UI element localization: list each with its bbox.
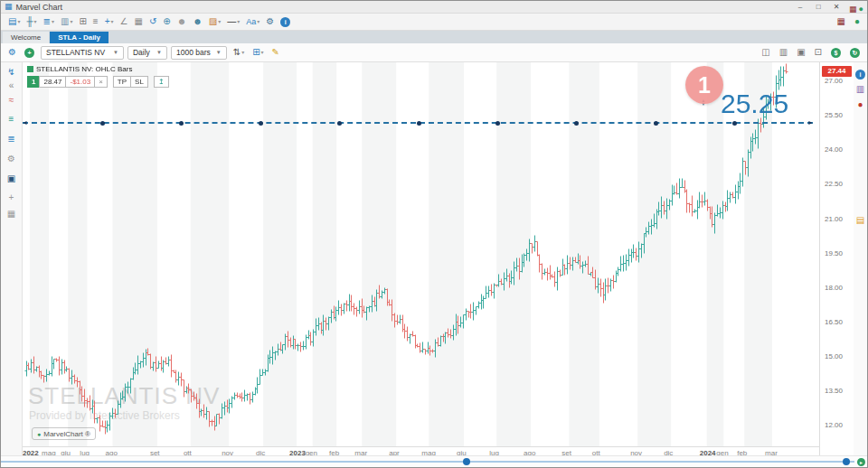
chart-scrollbar[interactable]: ▸	[1, 455, 867, 467]
tab-bar: Welcome STLA - Daily	[1, 31, 867, 43]
user-accounts-icon[interactable]: ☻	[190, 14, 205, 29]
compare-sort-icon[interactable]: ⇅▾	[231, 45, 247, 60]
maximize-button[interactable]: □	[811, 2, 826, 12]
price-tick-label: 21.00	[825, 216, 843, 223]
position-widget: 1 28.47 -$1.03 × TP SL ↥	[27, 76, 169, 88]
templates-icon[interactable]: ⊞▾	[250, 45, 266, 60]
price-tick-label: 13.50	[825, 388, 843, 395]
chevron-down-icon: ▼	[156, 50, 162, 55]
annotation-step-badge: 1	[685, 66, 723, 104]
price-tick-label: 16.50	[825, 319, 843, 326]
scroll-lock-icon[interactable]: ▸	[857, 458, 865, 466]
add-chart-icon[interactable]: +	[22, 45, 37, 60]
drawing-tools-rail: ↯«≈≡≣⚙▣+▦	[1, 62, 23, 455]
order-line-left-arrow-icon: ◄	[23, 119, 28, 126]
line-style-icon[interactable]: —▾	[224, 14, 242, 29]
order-line-handle[interactable]	[259, 121, 263, 126]
ruler-icon[interactable]: ∠	[118, 14, 131, 29]
order-line-handle[interactable]	[337, 121, 342, 126]
order-line-handle[interactable]	[100, 121, 105, 126]
annotate-icon[interactable]: ✎	[269, 45, 282, 60]
order-line-handle[interactable]	[654, 121, 658, 126]
globe-icon[interactable]: ⊕	[160, 14, 173, 29]
chart-settings-icon[interactable]: ⚙	[5, 45, 19, 60]
image-flag-icon[interactable]: ▨▾	[206, 14, 223, 29]
side-panel-rail: i▥●▤	[854, 62, 867, 455]
series-color-swatch	[27, 66, 33, 72]
print-icon[interactable]: ▣	[794, 45, 807, 60]
chart-toolbar: ⚙+ STELLANTIS NV ▼ Daily ▼ 1000 bars ▼ ⇅…	[1, 43, 867, 62]
last-price-badge: 27.44	[822, 66, 852, 77]
candlestick-icon[interactable]: ╫▾	[24, 14, 39, 29]
tab-stla-daily[interactable]: STLA - Daily	[50, 32, 108, 43]
bars-value: 1000 bars	[176, 48, 211, 57]
scrollbar-handle[interactable]	[463, 458, 470, 465]
order-line-handle[interactable]	[179, 121, 184, 126]
order-price-line[interactable]: ◄ ►	[23, 122, 813, 124]
tool-settings-icon[interactable]: ⚙	[1, 154, 22, 164]
broker-status-icon[interactable]: ▦	[835, 14, 848, 29]
title-bar: ▦ Marvel Chart – □ ✕ ▦●	[1, 1, 867, 14]
history-icon[interactable]: ↺	[146, 14, 159, 29]
trend-tools-icon[interactable]: ↯	[1, 68, 22, 77]
news-icon[interactable]: ≡	[90, 14, 101, 29]
connection-status-icon[interactable]: ●	[852, 14, 863, 29]
watchlist-icon[interactable]: ▥	[777, 45, 790, 60]
connection-status-icon-titlebar[interactable]: ●	[859, 5, 863, 14]
chart-region[interactable]: STELLANTIS NV Provided by Interactive Br…	[23, 62, 819, 457]
close-button[interactable]: ✕	[829, 2, 844, 12]
ohlc-chart-canvas[interactable]	[23, 62, 819, 446]
settings-gear-icon[interactable]: ⚙	[263, 14, 277, 29]
font-settings-icon[interactable]: Aa▾	[243, 14, 262, 29]
ideas-panel-icon[interactable]: ▤	[854, 216, 867, 225]
close-panel-icon[interactable]: ●	[854, 100, 867, 109]
broker-status-icon-titlebar[interactable]: ▦	[849, 5, 857, 14]
price-axis[interactable]: 27.44 27.0025.5024.0022.5021.0019.5018.0…	[819, 62, 855, 455]
billing-icon[interactable]: $	[828, 45, 844, 60]
layers-icon[interactable]: ▣	[1, 174, 22, 183]
reverse-position-button[interactable]: ↥	[154, 76, 169, 88]
main-toolbar: ▤▾╫▾≣▾▥▾⊞≡+▾∠▦↺⊕☻☻▨▾—▾Aa▾⚙i ▦●	[1, 14, 867, 31]
take-profit-button[interactable]: TP	[113, 76, 131, 88]
line-tools-icon[interactable]: ≣	[1, 135, 22, 144]
bars-dropdown[interactable]: 1000 bars ▼	[171, 46, 227, 60]
order-line-handle[interactable]	[495, 121, 500, 126]
window-title: Marvel Chart	[16, 3, 63, 12]
calendar-icon[interactable]: ▦	[132, 14, 146, 29]
position-avg-price: 28.47	[39, 76, 66, 88]
snapshot-icon[interactable]: ⊡	[812, 45, 825, 60]
crosshair-icon[interactable]: +▾	[102, 14, 117, 29]
order-line-handle[interactable]	[574, 121, 579, 126]
about-info-icon[interactable]: i	[278, 14, 293, 29]
position-qty-badge: 1	[27, 76, 40, 88]
info-panel-icon[interactable]: i	[854, 70, 867, 80]
order-line-handle[interactable]	[732, 121, 737, 126]
symbol-value: STELLANTIS NV	[46, 48, 105, 57]
find-user-icon[interactable]: ☻	[175, 14, 190, 29]
tab-welcome[interactable]: Welcome	[3, 32, 49, 43]
stats-panel-icon[interactable]: ▥	[854, 85, 867, 94]
price-tick-label: 12.00	[825, 422, 843, 429]
pattern-tools-icon[interactable]: ≈	[1, 96, 22, 105]
order-line-handle[interactable]	[417, 121, 421, 126]
indicators-icon[interactable]: ≣▾	[41, 14, 57, 29]
compare-icon[interactable]: ⊞	[76, 14, 89, 29]
bar-style-icon[interactable]: ▥▾	[58, 14, 75, 29]
scrollbar-handle[interactable]	[843, 458, 850, 465]
timeframe-dropdown[interactable]: Daily ▼	[127, 46, 167, 60]
series-legend: STELLANTIS NV: OHLC Bars	[27, 65, 132, 73]
scrollbar-track[interactable]	[1, 461, 854, 463]
refresh-data-icon[interactable]: ↻	[847, 45, 863, 60]
fibonacci-icon[interactable]: ≡	[1, 115, 22, 124]
chart-type-icon[interactable]: ▤▾	[5, 14, 23, 29]
price-tick-label: 24.00	[825, 146, 843, 154]
more-tools-icon[interactable]: ▦	[1, 210, 22, 219]
minimize-button[interactable]: –	[793, 2, 807, 12]
collapse-panel-icon[interactable]: «	[1, 81, 22, 90]
stop-loss-button[interactable]: SL	[130, 76, 148, 88]
symbol-dropdown[interactable]: STELLANTIS NV ▼	[41, 46, 124, 60]
close-position-button[interactable]: ×	[94, 76, 108, 88]
alerts-icon[interactable]: ◫	[759, 45, 772, 60]
price-tick-label: 25.50	[825, 112, 843, 119]
add-tool-icon[interactable]: +	[1, 193, 22, 202]
